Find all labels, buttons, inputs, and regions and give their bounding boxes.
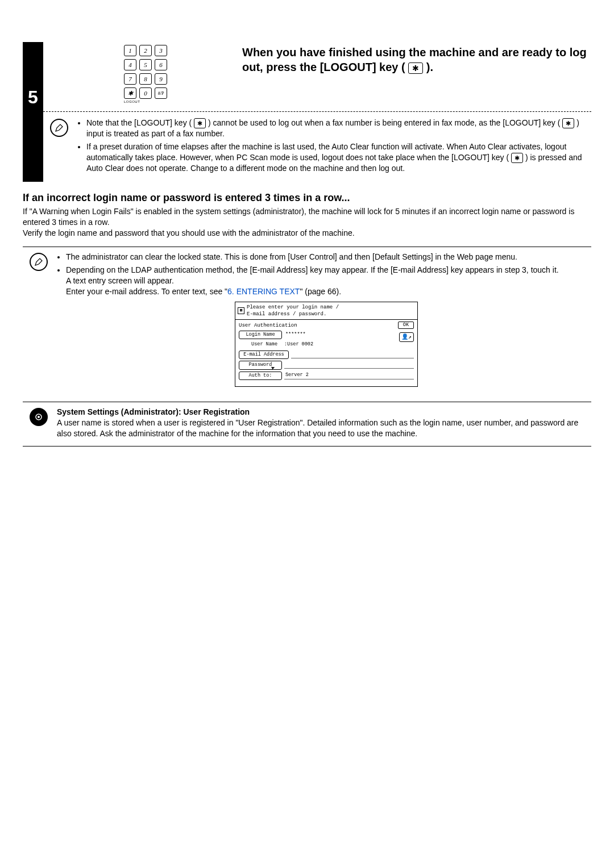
key-4: 4 xyxy=(124,59,136,70)
step-instruction: When you have finished using the machine… xyxy=(242,42,591,103)
email-address-button[interactable]: E-mail Address xyxy=(239,350,289,359)
key-0: 0 xyxy=(139,87,152,99)
step-notes: Note that the [LOGOUT] key ( ✱ ) cannot … xyxy=(77,118,587,176)
key-2: 2 xyxy=(139,45,152,56)
star-key-icon: ✱ xyxy=(194,118,206,128)
key-3: 3 xyxy=(155,45,167,56)
login-name-value: ******* xyxy=(284,332,414,338)
email-value xyxy=(291,352,414,358)
keypad-illustration: 1 2 3 4 5 6 7 8 9 ✱ 0 #/P xyxy=(49,42,242,103)
user-select-icon[interactable]: 👤↗ xyxy=(399,332,414,343)
key-hash-p: #/P xyxy=(155,87,167,99)
password-value xyxy=(284,362,414,369)
star-key-icon: ✱ xyxy=(511,153,523,163)
dashed-separator xyxy=(43,111,591,112)
logout-label: LOGOUT xyxy=(124,100,167,103)
svg-point-1 xyxy=(38,416,40,418)
key-9: 9 xyxy=(155,73,167,85)
key-6: 6 xyxy=(155,59,167,70)
section-body: If "A Warning when Login Fails" is enabl… xyxy=(23,206,591,239)
key-7: 7 xyxy=(124,73,136,85)
entering-text-link[interactable]: 6. ENTERING TEXT xyxy=(227,287,300,296)
key-5: 5 xyxy=(139,59,152,70)
auth-to-value: Server 2 xyxy=(284,372,414,379)
pencil-note-icon xyxy=(30,253,48,271)
sys-note-heading: System Settings (Administrator): User Re… xyxy=(57,407,250,416)
ok-button[interactable]: OK xyxy=(398,322,414,329)
star-key-inline: ✱ xyxy=(408,62,423,74)
key-8: 8 xyxy=(139,73,152,85)
section-heading: If an incorrect login name or password i… xyxy=(23,192,591,204)
admin-note-box: The administrator can clear the locked s… xyxy=(23,247,591,402)
login-name-button[interactable]: Login Name xyxy=(239,331,282,339)
system-settings-text: System Settings (Administrator): User Re… xyxy=(57,407,587,439)
auth-dialog-screenshot: ▦ Please enter your login name / E-mail … xyxy=(235,302,418,387)
gear-icon xyxy=(30,408,48,426)
step-number: 5 xyxy=(28,87,38,108)
admin-note-text: The administrator can clear the locked s… xyxy=(57,252,587,395)
user-name-label: User Name xyxy=(239,341,281,348)
step-number-bar: 5 xyxy=(23,42,43,182)
pencil-note-icon xyxy=(50,119,68,137)
user-name-value: :User 0002 xyxy=(283,341,414,348)
key-1: 1 xyxy=(124,45,136,56)
key-star: ✱ xyxy=(124,87,136,99)
system-settings-note: System Settings (Administrator): User Re… xyxy=(23,402,591,446)
star-key-icon: ✱ xyxy=(562,118,574,128)
auth-title: User Authentication xyxy=(239,322,414,329)
dialog-icon: ▦ xyxy=(238,307,244,314)
